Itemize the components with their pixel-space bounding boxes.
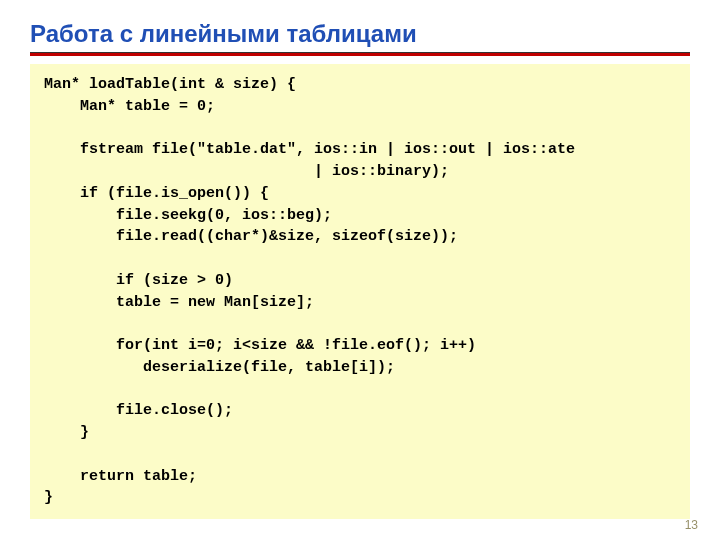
page-number: 13 — [685, 518, 698, 532]
code-block: Man* loadTable(int & size) { Man* table … — [30, 64, 690, 519]
title-divider — [30, 52, 690, 56]
slide-title: Работа с линейными таблицами — [30, 20, 690, 48]
